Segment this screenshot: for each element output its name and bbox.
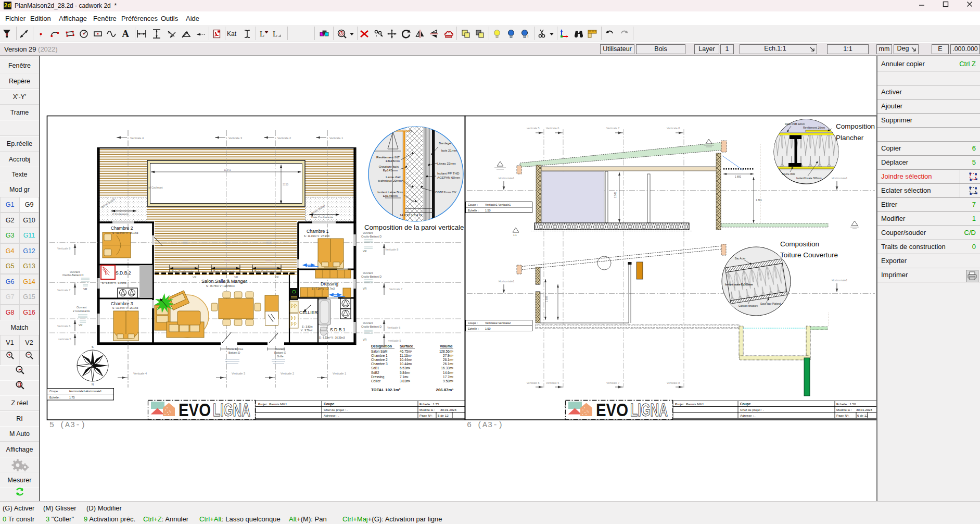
svg-text:Revêtement INT: Revêtement INT [376, 155, 400, 159]
svg-text:Lame d'air: Lame d'air [386, 175, 401, 179]
svg-text:A: A [122, 28, 129, 39]
svg-text:Baie Coulissante: Baie Coulissante [311, 216, 333, 219]
svg-text:Projet : Permis M&J: Projet : Permis M&J [258, 402, 287, 406]
svg-text:VR: VR [193, 276, 197, 279]
svg-text:Rail Coulissant: Rail Coulissant [147, 186, 163, 189]
svg-text:Projet : Permis M&J: Projet : Permis M&J [675, 402, 704, 406]
svg-text:30.01.2023: 30.01.2023 [440, 408, 457, 411]
svg-text:Horizontale1: Horizontale1 [832, 279, 847, 282]
svg-text:Verticale 7: Verticale 7 [389, 288, 402, 291]
svg-text:VR: VR [79, 323, 83, 327]
svg-text:L: L [273, 30, 277, 38]
svg-text:S : 5.84m² V : 14.6m3: S : 5.84m² V : 14.6m3 [102, 282, 126, 284]
svg-text:Coupe: Coupe [324, 402, 335, 406]
svg-text:2 Coulissants: 2 Coulissants [112, 213, 129, 216]
svg-text:VR: VR [234, 276, 238, 279]
svg-text:CELLIER: CELLIER [299, 310, 317, 315]
svg-text:5.84m²: 5.84m² [400, 371, 410, 375]
svg-text:1:50: 1:50 [485, 209, 491, 212]
svg-text:Verticale 7: Verticale 7 [606, 381, 619, 384]
svg-text:1 1: 1 1 [513, 234, 517, 236]
svg-text:S : 46.75m² V : 128.56m: S : 46.75m² V : 128.56m3 [206, 285, 235, 288]
svg-text:i: i [528, 34, 529, 39]
svg-text:V : 9.58m³: V : 9.58m³ [301, 329, 313, 332]
svg-text:14 0 10 1 6 4 11: 14 0 10 1 6 4 11 [400, 214, 423, 217]
svg-text:1 881: 1 881 [735, 176, 741, 178]
svg-text:Caisson structure: Caisson structure [739, 305, 758, 307]
svg-text:Page N°:: Page N°: [836, 414, 849, 417]
svg-text:Adresse : ,: Adresse : , [740, 414, 756, 417]
svg-text:266.87m³: 266.87m³ [436, 388, 454, 392]
svg-text:Verticale 7: Verticale 7 [57, 289, 70, 292]
svg-text:Ouvrant: Ouvrant [363, 321, 373, 325]
svg-text:VR: VR [363, 287, 367, 290]
svg-text:3150: 3150 [283, 183, 288, 186]
svg-text:Battant G: Battant G [274, 351, 286, 354]
svg-text:Verticale 4: Verticale 4 [130, 136, 144, 140]
svg-text:S.D.B.2: S.D.B.2 [116, 270, 131, 276]
svg-text:Chef de projet : -: Chef de projet : - [740, 408, 764, 411]
svg-text:Verticale 1: Verticale 1 [329, 136, 343, 140]
svg-text:Verticale 2: Verticale 2 [281, 372, 294, 375]
svg-text:10.44m²: 10.44m² [400, 362, 412, 366]
svg-text:Surface: Surface [400, 344, 413, 348]
svg-text:Ouvrant: Ouvrant [77, 306, 87, 309]
svg-text:Battant D: Battant D [228, 351, 240, 354]
svg-text:11.16m²: 11.16m² [400, 354, 412, 357]
svg-text:26.1m³: 26.1m³ [443, 362, 453, 366]
svg-text:verticale 5: verticale 5 [388, 339, 401, 342]
svg-text:Dressing: Dressing [321, 281, 338, 286]
svg-text:Chambre 3: Chambre 3 [111, 301, 133, 306]
svg-text:Isolant Laine Bois: Isolant Laine Bois [377, 190, 403, 194]
svg-text:Chambre 2: Chambre 2 [371, 358, 388, 361]
svg-text:S: S [92, 345, 94, 348]
svg-text:1 881: 1 881 [756, 199, 762, 202]
svg-text:Verticale 3: Verticale 3 [232, 372, 245, 375]
svg-text:Verticale 4: Verticale 4 [133, 372, 147, 375]
svg-text:1 929: 1 929 [545, 296, 548, 302]
svg-text:VR: VR [275, 276, 279, 279]
svg-text:13à15mm: 13à15mm [385, 159, 400, 163]
svg-text:Verticale1-Verticale1: Verticale1-Verticale1 [485, 203, 511, 206]
svg-text:VR: VR [363, 338, 367, 341]
svg-text:Page N°:: Page N°: [419, 414, 432, 417]
svg-text:Oscillo-Battant D: Oscillo-Battant D [62, 273, 84, 277]
svg-text:Plancher: Plancher [836, 134, 864, 142]
svg-text:Grille: Grille [277, 355, 284, 358]
svg-text:Verticale 1: Verticale 1 [333, 372, 346, 375]
svg-text:verticale 5: verticale 5 [527, 127, 540, 130]
svg-text:Verticale 3: Verticale 3 [228, 136, 242, 140]
svg-text:5 de 12: 5 de 12 [438, 414, 449, 417]
svg-text:SdB1: SdB1 [371, 366, 379, 370]
svg-text:Sous face Plafond: Sous face Plafond [760, 303, 781, 305]
svg-text:Coupe :: Coupe : [49, 390, 59, 393]
svg-text:Oscilo-Battant D: Oscilo-Battant D [361, 275, 381, 278]
svg-text:Composition: Composition [836, 122, 875, 130]
svg-text:16.33m³: 16.33m³ [441, 366, 453, 370]
svg-text:Ep145mm: Ep145mm [383, 168, 398, 172]
svg-text:TOTAL 102.1m²: TOTAL 102.1m² [371, 388, 401, 392]
svg-text:Verticale 6: Verticale 6 [546, 127, 559, 130]
svg-text:Verticale 2: Verticale 2 [277, 136, 291, 140]
svg-text:5 (A3-): 5 (A3-) [49, 421, 86, 430]
svg-text:Horizontale1: Horizontale1 [499, 280, 514, 283]
svg-text:OSB12mm CV: OSB12mm CV [435, 190, 456, 194]
svg-text:Ep145mm: Ep145mm [383, 194, 398, 197]
svg-text:Verticale 7: Verticale 7 [606, 127, 619, 130]
svg-text:Dressing: Dressing [371, 375, 385, 379]
svg-text:6 (A3-): 6 (A3-) [467, 421, 503, 430]
svg-text:Cellier: Cellier [371, 379, 381, 383]
svg-text:Ouvrant: Ouvrant [275, 347, 285, 351]
svg-text:Oscilo-Battant D: Oscilo-Battant D [361, 235, 381, 238]
svg-text:1:50: 1:50 [485, 327, 491, 330]
svg-text:Salon SàM: Salon SàM [371, 350, 387, 353]
svg-text:Ouvrant: Ouvrant [363, 271, 373, 275]
svg-text:2 501: 2 501 [614, 192, 617, 198]
svg-text:Echelle :: Echelle : [468, 327, 479, 330]
svg-text:S.D.B.1: S.D.B.1 [330, 327, 346, 332]
svg-text:Verticale2-Verticale2: Verticale2-Verticale2 [485, 321, 511, 325]
svg-text:Echelle : 1:50: Echelle : 1:50 [836, 402, 856, 406]
svg-text:Porte Entrée: Porte Entrée [227, 347, 243, 351]
svg-text:128.56m³: 128.56m³ [439, 350, 453, 353]
svg-text:9.58m³: 9.58m³ [443, 379, 453, 383]
